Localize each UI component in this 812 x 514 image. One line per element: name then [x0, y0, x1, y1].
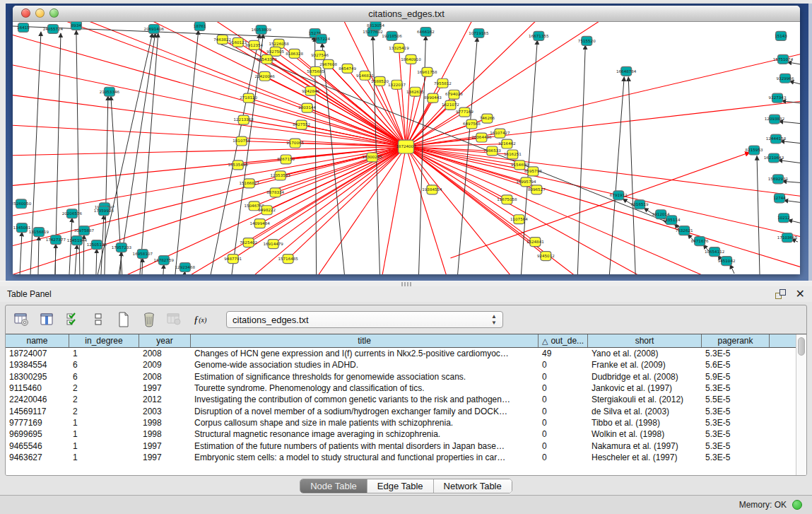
tab-edge-table[interactable]: Edge Table: [367, 479, 434, 493]
cell-pagerank[interactable]: 5.5E-5: [702, 395, 770, 404]
column-visibility-icon[interactable]: [38, 310, 57, 329]
scrollbar-thumb[interactable]: [798, 337, 805, 356]
horizontal-splitter[interactable]: [0, 281, 812, 286]
table-row[interactable]: 946554611997Estimation of the future num…: [6, 440, 796, 451]
cell-year[interactable]: 1998: [139, 429, 191, 439]
cell-pagerank[interactable]: 5.9E-5: [702, 372, 770, 382]
cell-title[interactable]: Changes of HCN gene expression and I(f) …: [191, 349, 539, 358]
cell-name[interactable]: 14569117: [6, 407, 69, 416]
minimize-window-icon[interactable]: [35, 8, 45, 18]
cell-out-de-[interactable]: 0: [539, 452, 588, 462]
cell-in-degree[interactable]: 1: [69, 349, 139, 358]
cell-year[interactable]: 2008: [139, 349, 191, 358]
cell-pagerank[interactable]: 5.3E-5: [702, 441, 770, 451]
table-row[interactable]: 969969511998Structural magnetic resonanc…: [6, 428, 796, 440]
zoom-window-icon[interactable]: [49, 8, 59, 18]
table-row[interactable]: 946362711997Embryonic stem cells: a mode…: [6, 452, 796, 463]
cell-pagerank[interactable]: 5.3E-5: [702, 429, 770, 439]
cell-short[interactable]: Dudbridge et al. (2008): [588, 372, 702, 382]
cell-year[interactable]: 1997: [139, 383, 191, 393]
column-header-name[interactable]: name: [6, 334, 69, 347]
close-window-icon[interactable]: [21, 8, 30, 18]
cell-out-de-[interactable]: 0: [539, 429, 588, 439]
cell-name[interactable]: 9777169: [6, 418, 69, 428]
tab-node-table[interactable]: Node Table: [300, 479, 367, 493]
cell-title[interactable]: Corpus callosum shape and size in male p…: [191, 418, 539, 428]
cell-out-de-[interactable]: 0: [539, 360, 588, 370]
cell-pagerank[interactable]: 5.3E-5: [702, 418, 770, 428]
cell-pagerank[interactable]: 5.3E-5: [702, 407, 770, 416]
table-row[interactable]: 1872400712008Changes of HCN gene express…: [6, 348, 796, 359]
delete-table-icon[interactable]: [140, 310, 158, 329]
cell-pagerank[interactable]: 5.3E-5: [702, 452, 770, 462]
cell-out-de-[interactable]: 0: [539, 407, 588, 416]
column-header-in-degree[interactable]: in_degree: [69, 334, 139, 347]
cell-name[interactable]: 22420046: [6, 395, 69, 404]
table-vertical-scrollbar[interactable]: [796, 334, 806, 475]
cell-title[interactable]: Structural magnetic resonance image aver…: [191, 429, 539, 439]
cell-out-de-[interactable]: 49: [539, 349, 588, 358]
cell-name[interactable]: 18724007: [6, 349, 69, 358]
table-row[interactable]: 1830029562008Estimation of significance …: [6, 371, 796, 382]
cell-title[interactable]: Investigating the contribution of common…: [191, 395, 539, 404]
cell-in-degree[interactable]: 2: [69, 383, 139, 393]
cell-in-degree[interactable]: 6: [69, 360, 139, 370]
cell-short[interactable]: Stergiakouli et al. (2012): [588, 395, 702, 404]
cell-year[interactable]: 1997: [139, 441, 191, 451]
select-rows-icon[interactable]: [64, 310, 82, 329]
row-height-icon[interactable]: [89, 310, 107, 329]
new-table-icon[interactable]: [114, 310, 133, 329]
cell-year[interactable]: 2003: [139, 407, 191, 416]
column-header-short[interactable]: short: [588, 334, 702, 347]
citation-network-graph[interactable]: 7463822916012389123541522605893275051654…: [13, 22, 800, 274]
cell-title[interactable]: Genome-wide association studies in ADHD.: [191, 360, 539, 370]
float-window-icon[interactable]: [775, 289, 786, 299]
table-row[interactable]: 977716911998Corpus callosum shape and si…: [6, 417, 796, 428]
cell-name[interactable]: 19384554: [6, 360, 69, 370]
cell-title[interactable]: Tourette syndrome. Phenomenology and cla…: [191, 383, 539, 393]
cell-name[interactable]: 9699695: [6, 429, 69, 439]
table-settings-icon[interactable]: [13, 310, 31, 329]
cell-in-degree[interactable]: 1: [69, 418, 139, 428]
cell-in-degree[interactable]: 1: [69, 441, 139, 451]
cell-name[interactable]: 9463627: [6, 452, 69, 462]
cell-pagerank[interactable]: 5.6E-5: [702, 360, 770, 370]
network-window-titlebar[interactable]: citations_edges.txt: [13, 6, 800, 22]
cell-name[interactable]: 18300295: [6, 372, 69, 382]
cell-short[interactable]: Yano et al. (2008): [588, 349, 702, 358]
table-selector-combobox[interactable]: citations_edges.txt ▲▼: [226, 311, 503, 328]
cell-in-degree[interactable]: 1: [69, 429, 139, 439]
cell-title[interactable]: Estimation of the future numbers of pati…: [191, 441, 539, 451]
column-header-out-de-[interactable]: △out_de...: [539, 334, 588, 347]
table-row[interactable]: 911546021997Tourette syndrome. Phenomeno…: [6, 382, 796, 394]
cell-short[interactable]: Hescheler et al. (1997): [588, 452, 702, 462]
cell-year[interactable]: 1997: [139, 452, 191, 462]
table-row[interactable]: 1456911722003Disruption of a novel membe…: [6, 405, 796, 416]
cell-short[interactable]: Tibbo et al. (1998): [588, 418, 702, 428]
column-header-title[interactable]: title: [191, 334, 539, 347]
network-canvas[interactable]: 7463822916012389123541522605893275051654…: [13, 22, 800, 274]
cell-short[interactable]: Franke et al. (2009): [588, 360, 702, 370]
cell-pagerank[interactable]: 5.3E-5: [702, 349, 770, 358]
cell-year[interactable]: 2012: [139, 395, 191, 404]
cell-title[interactable]: Estimation of significance thresholds fo…: [191, 372, 539, 382]
cell-in-degree[interactable]: 2: [69, 407, 139, 416]
cell-out-de-[interactable]: 0: [539, 372, 588, 382]
cell-short[interactable]: Jankovic et al. (1997): [588, 383, 702, 393]
column-header-pagerank[interactable]: pagerank: [702, 334, 770, 347]
cell-name[interactable]: 9465546: [6, 441, 69, 451]
cell-title[interactable]: Disruption of a novel member of a sodium…: [191, 407, 539, 416]
cell-in-degree[interactable]: 1: [69, 452, 139, 462]
table-row[interactable]: 2242004622012Investigating the contribut…: [6, 394, 796, 405]
function-builder-icon[interactable]: ƒ(x): [191, 310, 209, 329]
cell-short[interactable]: de Silva et al. (2003): [588, 407, 702, 416]
cell-out-de-[interactable]: 0: [539, 441, 588, 451]
cell-out-de-[interactable]: 0: [539, 418, 588, 428]
tab-network-table[interactable]: Network Table: [434, 479, 512, 493]
cell-name[interactable]: 9115460: [6, 383, 69, 393]
cell-out-de-[interactable]: 0: [539, 383, 588, 393]
cell-pagerank[interactable]: 5.3E-5: [702, 383, 770, 393]
close-icon[interactable]: ✕: [796, 289, 805, 299]
cell-short[interactable]: Nakamura et al. (1997): [588, 441, 702, 451]
cell-year[interactable]: 2008: [139, 372, 191, 382]
